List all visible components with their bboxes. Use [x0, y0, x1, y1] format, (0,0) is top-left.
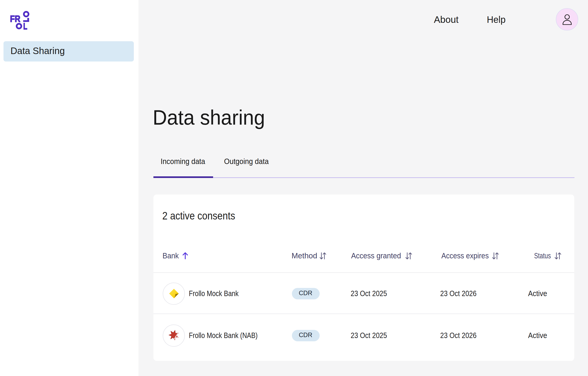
svg-text:L: L	[23, 21, 27, 30]
svg-text:FR: FR	[10, 14, 20, 24]
